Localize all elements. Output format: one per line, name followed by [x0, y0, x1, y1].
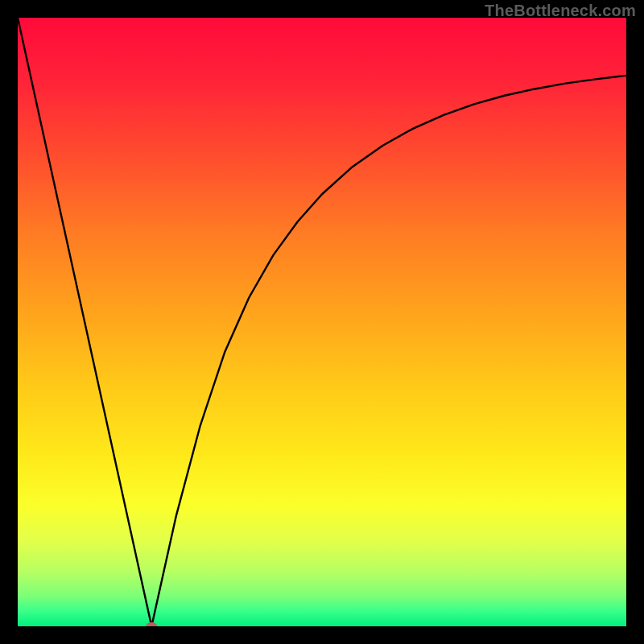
chart-frame: TheBottleneck.com [0, 0, 644, 644]
gradient-background [18, 18, 626, 626]
plot-area [18, 18, 626, 626]
watermark-text: TheBottleneck.com [485, 2, 636, 20]
chart-svg [18, 18, 626, 626]
